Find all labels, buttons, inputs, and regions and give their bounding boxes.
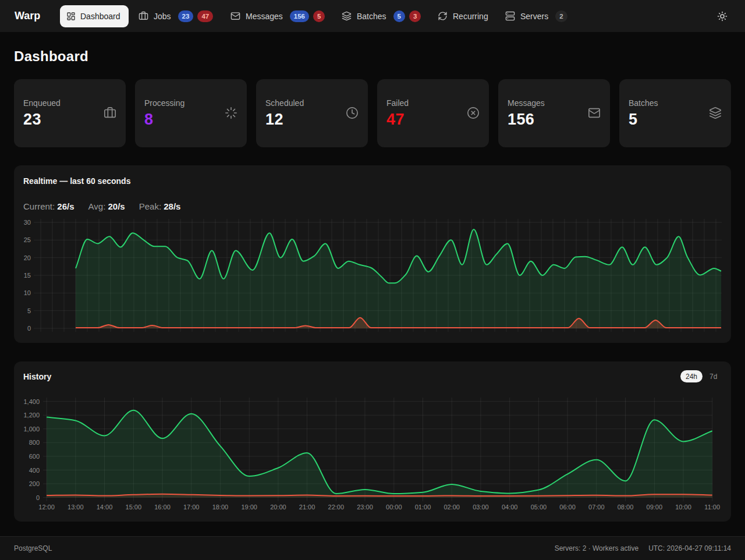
svg-text:1,400: 1,400 <box>23 398 40 405</box>
svg-text:20: 20 <box>24 254 31 261</box>
svg-text:05:00: 05:00 <box>531 504 547 511</box>
svg-text:18:00: 18:00 <box>212 504 229 511</box>
svg-text:800: 800 <box>29 439 40 446</box>
svg-text:16:00: 16:00 <box>154 504 171 511</box>
svg-text:17:00: 17:00 <box>183 504 200 511</box>
svg-text:400: 400 <box>29 467 40 474</box>
svg-text:1,200: 1,200 <box>23 412 40 419</box>
svg-text:5: 5 <box>27 307 31 314</box>
svg-text:25: 25 <box>24 236 31 243</box>
svg-text:21:00: 21:00 <box>299 504 315 511</box>
svg-text:06:00: 06:00 <box>559 504 576 511</box>
svg-text:12:00: 12:00 <box>38 504 55 511</box>
svg-text:15: 15 <box>24 272 31 279</box>
svg-text:1,000: 1,000 <box>23 426 40 433</box>
svg-text:14:00: 14:00 <box>97 504 113 511</box>
svg-text:11:00: 11:00 <box>704 504 720 511</box>
svg-text:13:00: 13:00 <box>68 504 84 511</box>
svg-text:0: 0 <box>36 494 40 501</box>
svg-text:09:00: 09:00 <box>647 504 663 511</box>
svg-text:22:00: 22:00 <box>328 504 345 511</box>
svg-text:02:00: 02:00 <box>444 504 460 511</box>
svg-text:600: 600 <box>29 453 40 460</box>
svg-text:10: 10 <box>24 289 31 296</box>
svg-text:23:00: 23:00 <box>357 504 373 511</box>
svg-text:30: 30 <box>24 219 31 226</box>
svg-text:0: 0 <box>27 325 31 332</box>
svg-text:15:00: 15:00 <box>126 504 142 511</box>
svg-text:04:00: 04:00 <box>502 504 518 511</box>
svg-text:20:00: 20:00 <box>270 504 286 511</box>
svg-text:10:00: 10:00 <box>675 504 691 511</box>
svg-text:200: 200 <box>29 480 40 487</box>
svg-text:00:00: 00:00 <box>386 504 402 511</box>
svg-text:19:00: 19:00 <box>241 504 257 511</box>
svg-text:08:00: 08:00 <box>618 504 634 511</box>
svg-text:07:00: 07:00 <box>588 504 605 511</box>
svg-text:03:00: 03:00 <box>473 504 489 511</box>
svg-text:01:00: 01:00 <box>415 504 431 511</box>
